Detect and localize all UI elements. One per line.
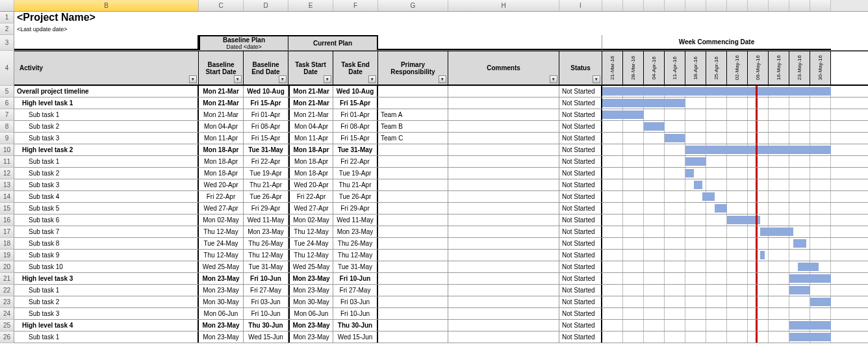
activity-cell[interactable]: Sub task 9 bbox=[14, 250, 199, 261]
baseline-end-cell[interactable]: Fri 22-Apr bbox=[244, 156, 288, 167]
task-end-cell[interactable]: Fri 08-Apr bbox=[333, 121, 378, 132]
gantt-cell[interactable] bbox=[623, 191, 644, 202]
activity-cell[interactable]: Sub task 1 bbox=[14, 285, 199, 296]
gantt-cell[interactable] bbox=[748, 121, 769, 132]
activity-cell[interactable]: Sub task 2 bbox=[14, 168, 199, 179]
baseline-end-cell[interactable]: Fri 15-Apr bbox=[244, 133, 288, 144]
gantt-cell[interactable] bbox=[665, 320, 685, 331]
gantt-cell[interactable] bbox=[665, 203, 685, 214]
baseline-start-cell[interactable]: Mon 18-Apr bbox=[199, 156, 244, 167]
gantt-cell[interactable] bbox=[789, 296, 810, 307]
baseline-end-cell[interactable]: Fri 10-Jun bbox=[244, 273, 288, 284]
gantt-cell[interactable] bbox=[623, 226, 644, 237]
column-header-week[interactable] bbox=[685, 0, 706, 11]
activity-cell[interactable]: High level task 1 bbox=[14, 98, 199, 109]
empty-cell[interactable] bbox=[14, 35, 199, 50]
task-start-cell[interactable]: Tue 24-May bbox=[288, 238, 333, 249]
status-cell[interactable]: Not Started bbox=[559, 261, 602, 272]
task-end-cell[interactable]: Wed 15-Jun bbox=[333, 332, 378, 343]
status-cell[interactable]: Not Started bbox=[559, 86, 602, 97]
gantt-cell[interactable] bbox=[810, 98, 831, 109]
gantt-cell[interactable] bbox=[769, 98, 789, 109]
status-cell[interactable]: Not Started bbox=[559, 168, 602, 179]
gantt-cell[interactable] bbox=[727, 296, 748, 307]
task-start-cell[interactable]: Mon 23-May bbox=[288, 320, 333, 331]
gantt-cell[interactable] bbox=[706, 214, 727, 226]
gantt-cell[interactable] bbox=[769, 121, 789, 132]
title-cell[interactable]: <Project Name> bbox=[14, 12, 199, 23]
baseline-end-cell[interactable]: Thu 21-Apr bbox=[244, 179, 288, 190]
gantt-cell[interactable] bbox=[602, 144, 623, 155]
gantt-cell[interactable] bbox=[706, 156, 727, 167]
task-end-cell[interactable]: Fri 15-Apr bbox=[333, 98, 378, 109]
column-header[interactable]: F bbox=[333, 0, 378, 11]
gantt-cell[interactable] bbox=[789, 98, 810, 109]
gantt-cell[interactable] bbox=[665, 156, 685, 167]
gantt-cell[interactable] bbox=[748, 179, 769, 190]
activity-cell[interactable]: Sub task 3 bbox=[14, 133, 199, 144]
gantt-cell[interactable] bbox=[685, 308, 706, 319]
activity-cell[interactable]: Sub task 8 bbox=[14, 238, 199, 249]
status-cell[interactable]: Not Started bbox=[559, 144, 602, 155]
gantt-cell[interactable] bbox=[727, 320, 748, 331]
comments-cell[interactable] bbox=[448, 296, 559, 307]
gantt-cell[interactable] bbox=[602, 285, 623, 296]
gantt-cell[interactable] bbox=[727, 332, 748, 343]
gantt-cell[interactable] bbox=[727, 179, 748, 190]
gantt-cell[interactable] bbox=[789, 179, 810, 190]
column-header-week[interactable] bbox=[602, 0, 623, 11]
row-header[interactable]: 25 bbox=[0, 320, 14, 332]
comments-cell[interactable] bbox=[448, 308, 559, 319]
gantt-cell[interactable] bbox=[602, 308, 623, 319]
gantt-cell[interactable] bbox=[602, 203, 623, 214]
gantt-cell[interactable] bbox=[602, 179, 623, 190]
gantt-cell[interactable] bbox=[810, 238, 831, 249]
baseline-start-cell[interactable]: Mon 21-Mar bbox=[199, 98, 244, 109]
baseline-end-cell[interactable]: Fri 27-May bbox=[244, 285, 288, 296]
primary-cell[interactable] bbox=[378, 86, 448, 97]
gantt-cell[interactable] bbox=[748, 191, 769, 202]
gantt-cell[interactable] bbox=[602, 320, 623, 331]
task-end-cell[interactable]: Tue 31-May bbox=[333, 261, 378, 272]
column-header-week[interactable] bbox=[665, 0, 685, 11]
gantt-cell[interactable] bbox=[685, 133, 706, 144]
gantt-cell[interactable] bbox=[644, 261, 665, 272]
row-header[interactable]: 17 bbox=[0, 226, 14, 238]
gantt-cell[interactable] bbox=[727, 308, 748, 319]
column-header[interactable]: G bbox=[378, 0, 448, 11]
gantt-cell[interactable] bbox=[769, 214, 789, 226]
gantt-cell[interactable] bbox=[685, 238, 706, 249]
task-start-cell[interactable]: Mon 30-May bbox=[288, 296, 333, 307]
gantt-cell[interactable] bbox=[789, 250, 810, 261]
baseline-end-header[interactable]: Baseline End Date bbox=[244, 51, 288, 84]
gantt-cell[interactable] bbox=[665, 273, 685, 284]
gantt-cell[interactable] bbox=[602, 214, 623, 226]
gantt-cell[interactable] bbox=[769, 250, 789, 261]
gantt-cell[interactable] bbox=[602, 168, 623, 179]
comments-cell[interactable] bbox=[448, 214, 559, 226]
baseline-end-cell[interactable]: Mon 23-May bbox=[244, 226, 288, 237]
baseline-start-cell[interactable]: Thu 12-May bbox=[199, 250, 244, 261]
row-header[interactable]: 5 bbox=[0, 86, 14, 98]
status-cell[interactable]: Not Started bbox=[559, 133, 602, 144]
gantt-cell[interactable] bbox=[706, 320, 727, 331]
activity-cell[interactable]: Sub task 7 bbox=[14, 226, 199, 237]
gantt-cell[interactable] bbox=[644, 156, 665, 167]
gantt-cell[interactable] bbox=[810, 203, 831, 214]
gantt-cell[interactable] bbox=[602, 133, 623, 144]
gantt-cell[interactable] bbox=[727, 98, 748, 109]
task-end-cell[interactable]: Wed 11-May bbox=[333, 214, 378, 226]
gantt-cell[interactable] bbox=[769, 156, 789, 167]
gantt-cell[interactable] bbox=[748, 156, 769, 167]
gantt-cell[interactable] bbox=[769, 191, 789, 202]
gantt-cell[interactable] bbox=[706, 285, 727, 296]
gantt-cell[interactable] bbox=[748, 285, 769, 296]
gantt-cell[interactable] bbox=[685, 121, 706, 132]
row-header[interactable]: 14 bbox=[0, 191, 14, 203]
gantt-cell[interactable] bbox=[665, 191, 685, 202]
gantt-cell[interactable] bbox=[706, 133, 727, 144]
status-cell[interactable]: Not Started bbox=[559, 109, 602, 120]
gantt-cell[interactable] bbox=[665, 214, 685, 226]
comments-cell[interactable] bbox=[448, 133, 559, 144]
baseline-start-header[interactable]: Baseline Start Date bbox=[199, 51, 244, 84]
